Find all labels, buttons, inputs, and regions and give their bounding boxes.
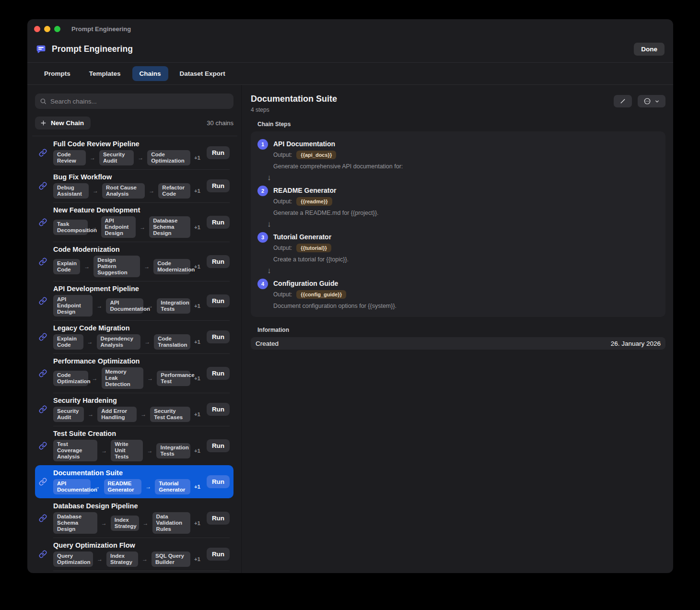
chain-list-item[interactable]: Documentation Suite API Documentation→RE… xyxy=(35,465,233,498)
chain-step-tag: Database Schema Design xyxy=(53,512,97,534)
chain-step: 1 API Documentation Output: {{api_docs}}… xyxy=(257,139,659,170)
run-button[interactable]: Run xyxy=(207,439,230,452)
step-down-arrow-icon: ↓ xyxy=(267,267,659,275)
chain-step: 2 README Generator Output: {{readme}} Ge… xyxy=(257,186,659,216)
done-button[interactable]: Done xyxy=(634,43,665,56)
tab-chains[interactable]: Chains xyxy=(132,66,168,81)
tab-prompts[interactable]: Prompts xyxy=(37,66,78,81)
arrow-right-icon: → xyxy=(145,483,151,490)
chain-step-tag: Data Validation Rules xyxy=(152,512,190,534)
tab-dataset-export[interactable]: Dataset Export xyxy=(173,66,233,81)
step-number-badge: 1 xyxy=(257,139,268,150)
chain-tags: Task Decomposition→API Endpoint Design→D… xyxy=(53,216,200,238)
step-description: Generate comprehensive API documentation… xyxy=(273,163,403,170)
chain-step-tag: Security Audit xyxy=(99,150,134,165)
chain-list-item[interactable]: New Feature Development Task Decompositi… xyxy=(35,202,233,242)
page-title: Prompt Engineering xyxy=(52,44,133,54)
chain-tags: Code Review→Security Audit→Code Optimiza… xyxy=(53,150,200,165)
arrow-right-icon: → xyxy=(142,556,148,563)
output-variable-tag: {{config_guide}} xyxy=(296,290,346,299)
arrow-right-icon: → xyxy=(90,154,95,161)
tab-templates[interactable]: Templates xyxy=(82,66,128,81)
chain-tags: Query Optimization→Index Strategy→SQL Qu… xyxy=(53,551,200,567)
step-content: Tutorial Generator Output: {{tutorial}} … xyxy=(273,232,349,263)
chain-list-item[interactable]: Security Hardening Security Audit→Add Er… xyxy=(35,393,233,426)
run-button[interactable]: Run xyxy=(207,294,230,307)
search-icon xyxy=(40,98,47,105)
chain-step-tag: SQL Query Builder xyxy=(152,551,190,567)
arrow-right-icon: → xyxy=(143,520,149,527)
chain-step-tag: Tutorial Generator xyxy=(155,479,190,494)
zoom-button[interactable] xyxy=(54,26,60,32)
chain-link-icon xyxy=(39,258,47,266)
chain-name: Code Modernization xyxy=(53,246,200,254)
chain-step-tag: Explain Code xyxy=(53,334,83,350)
run-button[interactable]: Run xyxy=(207,475,230,488)
chain-body: Performance Optimization Code Optimizati… xyxy=(53,357,200,389)
chain-step-tag: Query Optimization xyxy=(53,551,93,567)
output-label: Output: xyxy=(273,245,292,251)
chain-step: 3 Tutorial Generator Output: {{tutorial}… xyxy=(257,232,659,263)
more-steps-count: +1 xyxy=(194,556,200,562)
chain-link-icon xyxy=(39,405,47,413)
chain-step-tag: Code Review xyxy=(53,150,86,165)
chain-step-tag: API Endpoint Design xyxy=(53,295,93,317)
chain-step-tag: Code Modernization xyxy=(153,259,190,274)
chain-list-item[interactable]: Test Suite Creation Test Coverage Analys… xyxy=(35,426,233,465)
run-button[interactable]: Run xyxy=(207,512,230,525)
chain-link-icon xyxy=(39,550,47,558)
chain-name: Legacy Code Migration xyxy=(53,324,200,332)
close-button[interactable] xyxy=(34,26,40,32)
run-button[interactable]: Run xyxy=(207,255,230,268)
chain-list: Full Code Review Pipeline Code Review→Se… xyxy=(32,136,237,573)
arrow-right-icon: → xyxy=(101,520,107,527)
chain-step-tag: Performance Test xyxy=(157,371,190,386)
run-button[interactable]: Run xyxy=(207,179,230,192)
arrow-right-icon: → xyxy=(88,411,93,418)
run-button[interactable]: Run xyxy=(207,548,230,561)
chain-list-item[interactable]: Query Optimization Flow Query Optimizati… xyxy=(35,538,233,571)
chain-list-item[interactable]: Legacy Code Migration Explain Code→Depen… xyxy=(35,320,233,353)
chain-list-item[interactable]: Full Code Review Pipeline Code Review→Se… xyxy=(35,136,233,169)
edit-chain-button[interactable] xyxy=(614,95,632,107)
chain-list-item[interactable]: Data Migration Pipeline Data Model Desig… xyxy=(35,571,233,573)
step-down-arrow-icon: ↓ xyxy=(267,174,659,182)
arrow-right-icon: → xyxy=(92,375,98,382)
chain-list-item[interactable]: Database Design Pipeline Database Schema… xyxy=(35,498,233,538)
app-header: Prompt Engineering Done xyxy=(27,35,673,62)
arrow-right-icon: → xyxy=(92,224,97,231)
run-button[interactable]: Run xyxy=(207,216,230,229)
step-number-badge: 3 xyxy=(257,232,268,243)
chain-step-tag: API Endpoint Design xyxy=(101,216,136,238)
new-chain-button[interactable]: New Chain xyxy=(35,117,91,129)
chain-name: Documentation Suite xyxy=(53,469,200,477)
chain-list-item[interactable]: API Development Pipeline API Endpoint De… xyxy=(35,281,233,320)
search-input[interactable] xyxy=(50,98,229,105)
chain-link-icon xyxy=(39,478,47,486)
tab-bar: Prompts Templates Chains Dataset Export xyxy=(27,62,673,85)
run-button[interactable]: Run xyxy=(207,146,230,159)
step-name: Configuration Guide xyxy=(273,280,397,287)
more-options-button[interactable] xyxy=(638,95,665,107)
chain-name: Full Code Review Pipeline xyxy=(53,140,200,148)
chain-link-icon xyxy=(39,297,47,305)
chain-link-icon xyxy=(39,514,47,522)
chain-link-icon xyxy=(39,333,47,341)
run-button[interactable]: Run xyxy=(207,330,230,343)
run-button[interactable]: Run xyxy=(207,367,230,380)
chain-list-item[interactable]: Performance Optimization Code Optimizati… xyxy=(35,353,233,393)
minimize-button[interactable] xyxy=(44,26,50,32)
output-label: Output: xyxy=(273,198,292,205)
run-button[interactable]: Run xyxy=(207,403,230,416)
detail-header: Documentation Suite 4 steps xyxy=(251,94,665,113)
chain-step-tag: Index Strategy xyxy=(106,551,138,567)
step-number-badge: 2 xyxy=(257,186,268,196)
chain-step-tag: Explain Code xyxy=(53,259,80,274)
detail-subtitle: 4 steps xyxy=(251,106,337,113)
chain-link-icon xyxy=(39,442,47,450)
chain-list-item[interactable]: Code Modernization Explain Code→Design P… xyxy=(35,242,233,281)
chain-list-item[interactable]: Bug Fix Workflow Debug Assistant→Root Ca… xyxy=(35,169,233,202)
titlebar: Prompt Engineering xyxy=(27,19,673,35)
step-name: API Documentation xyxy=(273,140,403,148)
arrow-right-icon: → xyxy=(138,154,143,161)
